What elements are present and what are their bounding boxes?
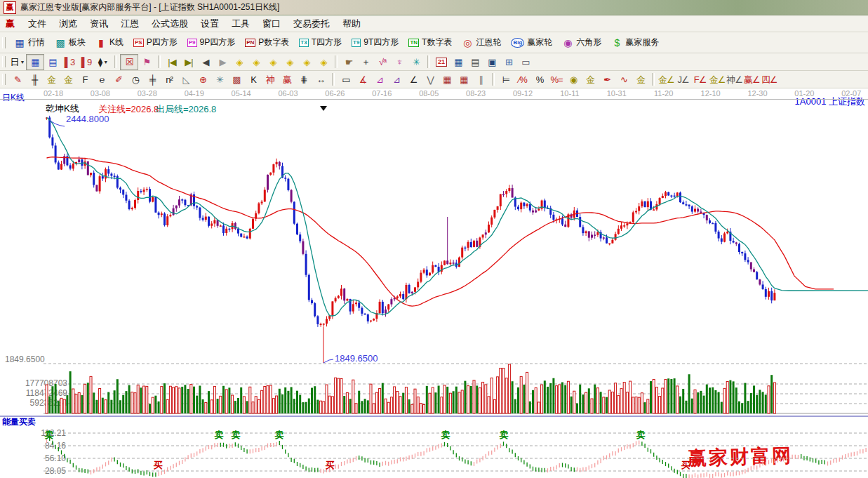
- crosshair-button[interactable]: +: [357, 55, 374, 69]
- n-square-button[interactable]: n²: [161, 72, 178, 87]
- gann-measure-button[interactable]: ♆: [391, 55, 408, 69]
- menu-tools[interactable]: 工具: [225, 16, 256, 32]
- v-lines-button[interactable]: ⋁: [422, 72, 439, 87]
- menu-formula-stock-pick[interactable]: 公式选股: [145, 16, 194, 32]
- ledger-steps-button[interactable]: ⊨: [498, 72, 514, 87]
- star-rays-button[interactable]: ✳: [211, 72, 228, 87]
- candle-style-dropdown-button[interactable]: ⧫▼: [95, 55, 112, 69]
- toolbar-grip[interactable]: [2, 37, 6, 48]
- diamond-zoom-out-button[interactable]: ◈: [298, 55, 315, 69]
- percent-slash-button[interactable]: ⁄%: [514, 72, 531, 87]
- angle-lines-button[interactable]: ∠: [405, 72, 422, 87]
- fan-lines-button[interactable]: ∡: [354, 72, 371, 87]
- brush-button[interactable]: ✎: [9, 72, 26, 87]
- percent-button[interactable]: %: [531, 72, 548, 87]
- toolbar-item-p-number-table[interactable]: PNP数字表: [240, 34, 294, 51]
- toolbar-item-t-square[interactable]: T3T四方形: [294, 34, 347, 51]
- toolbar-grip[interactable]: [2, 74, 6, 85]
- save-button[interactable]: ▣: [483, 55, 500, 69]
- k-marks-button[interactable]: K: [245, 72, 262, 87]
- next-bar-button[interactable]: ▶: [214, 55, 231, 69]
- cycle-clock-button[interactable]: ◷: [127, 72, 144, 87]
- menu-trade-entrust[interactable]: 交易委托: [287, 16, 336, 32]
- spiral-button[interactable]: ℮: [93, 72, 110, 87]
- menu-gann[interactable]: 江恩: [114, 16, 145, 32]
- four-angle-button[interactable]: 四∠: [761, 72, 778, 87]
- chart-9-button[interactable]: ▌9: [78, 55, 95, 69]
- toolbar-item-gann-wheel[interactable]: ◎江恩轮: [457, 34, 506, 51]
- spider-web-button[interactable]: ▩: [228, 72, 245, 87]
- gold-angle-2-button[interactable]: 金∠: [709, 72, 726, 87]
- period-day-dropdown-button[interactable]: 日▼: [9, 55, 26, 69]
- pan-hand-button[interactable]: ☛: [340, 55, 357, 69]
- toolbar-item-sectors[interactable]: ▩板块: [50, 34, 91, 51]
- diamond-left-button[interactable]: ◈: [231, 55, 248, 69]
- diamond-zoom-in-button[interactable]: ◈: [315, 55, 332, 69]
- gann-frame-tool-button[interactable]: ☒: [120, 54, 138, 70]
- network-button[interactable]: ⊞: [500, 55, 517, 69]
- win-grid-button[interactable]: 赢: [279, 72, 295, 87]
- menu-help[interactable]: 帮助: [336, 16, 367, 32]
- prev-bar-button[interactable]: ◀: [197, 55, 214, 69]
- menu-settings[interactable]: 设置: [194, 16, 225, 32]
- menu-browse[interactable]: 浏览: [53, 16, 84, 32]
- toolbar-item-winner-wheel[interactable]: Big赢家轮: [506, 34, 557, 51]
- gold-angle-button[interactable]: 金∠: [657, 72, 675, 87]
- toolbar-item-9t-square[interactable]: T99T四方形: [347, 34, 403, 51]
- ruler-123-button[interactable]: ⋕: [295, 72, 312, 87]
- diamond-right-button[interactable]: ◈: [248, 55, 265, 69]
- toolbar-item-kline[interactable]: ▮K线: [91, 34, 128, 51]
- info-view-button[interactable]: ▤: [44, 55, 61, 69]
- menu-window[interactable]: 窗口: [256, 16, 287, 32]
- wave-analyze-button[interactable]: ✳: [408, 55, 425, 69]
- menu-file[interactable]: 文件: [22, 16, 53, 32]
- gold-grid-2-button[interactable]: 金: [60, 72, 76, 87]
- box-tool-button[interactable]: ▭: [338, 72, 354, 87]
- toolbar-grip[interactable]: [2, 56, 6, 67]
- slash-lines-button[interactable]: ∥: [472, 72, 489, 87]
- tally-ruler-button[interactable]: ╫: [26, 72, 43, 87]
- toolbar-item-quotes[interactable]: ▦行情: [9, 34, 50, 51]
- fan-box-1-button[interactable]: ⊿: [371, 72, 388, 87]
- toolbar-item-hexagon[interactable]: ◉六角形: [557, 34, 606, 51]
- shen-grid-button[interactable]: 神: [262, 72, 279, 87]
- h-arrows-button[interactable]: ↔: [312, 72, 329, 87]
- diamond-expand-button[interactable]: ◈: [265, 55, 281, 69]
- gold-wave-button[interactable]: 金: [632, 72, 649, 87]
- tally-ruler-2-button[interactable]: ╪: [144, 72, 161, 87]
- circle-cross-button[interactable]: ⊕: [194, 72, 211, 87]
- menu-news[interactable]: 资讯: [84, 16, 114, 32]
- pen-ruler-button[interactable]: ✐: [110, 72, 127, 87]
- red-grid-1-button[interactable]: ▦: [439, 72, 455, 87]
- angle-measure-button[interactable]: √ª: [374, 55, 391, 69]
- red-grid-2-button[interactable]: ▦: [455, 72, 472, 87]
- gold-levels-button[interactable]: 金: [582, 72, 599, 87]
- f-grid-button[interactable]: F: [76, 72, 93, 87]
- gold-circle-button[interactable]: ◉: [565, 72, 582, 87]
- fan-box-2-button[interactable]: ⊿: [388, 72, 405, 87]
- calendar-button[interactable]: 21: [433, 55, 450, 69]
- first-page-button[interactable]: |◀: [163, 55, 180, 69]
- toolbar-item-9p-square[interactable]: P99P四方形: [182, 34, 240, 51]
- percent-eq-button[interactable]: %=: [548, 72, 565, 87]
- toolbar-item-p-square[interactable]: PSP四方形: [128, 34, 182, 51]
- toolbar-item-t-number-table[interactable]: TNT数字表: [403, 34, 457, 51]
- angle-fan-button[interactable]: ◺: [178, 72, 194, 87]
- ink-pen-button[interactable]: ✒: [599, 72, 615, 87]
- toolbar-item-winner-service[interactable]: $赢家服务: [606, 34, 664, 51]
- notes-button[interactable]: ▤: [467, 55, 483, 69]
- print-button[interactable]: ▭: [517, 55, 534, 69]
- wave-button[interactable]: ∿: [615, 72, 632, 87]
- main-chart-canvas[interactable]: 02-1803-0803-2804-1905-1406-0306-2607-16…: [0, 88, 868, 478]
- win-angle-button[interactable]: 赢∠: [743, 72, 761, 87]
- f-angle-button[interactable]: F∠: [692, 72, 709, 87]
- shen-angle-button[interactable]: 神∠: [726, 72, 743, 87]
- calculator-button[interactable]: ▦: [450, 55, 467, 69]
- window-layout-button[interactable]: ▦: [26, 54, 44, 70]
- flag-tool-button[interactable]: ⚑: [138, 55, 155, 69]
- gold-grid-1-button[interactable]: 金: [43, 72, 60, 87]
- j-angle-button[interactable]: J∠: [675, 72, 692, 87]
- diamond-compress-button[interactable]: ◈: [281, 55, 298, 69]
- last-page-button[interactable]: ▶|: [180, 55, 197, 69]
- chart-3-button[interactable]: ▌3: [61, 55, 78, 69]
